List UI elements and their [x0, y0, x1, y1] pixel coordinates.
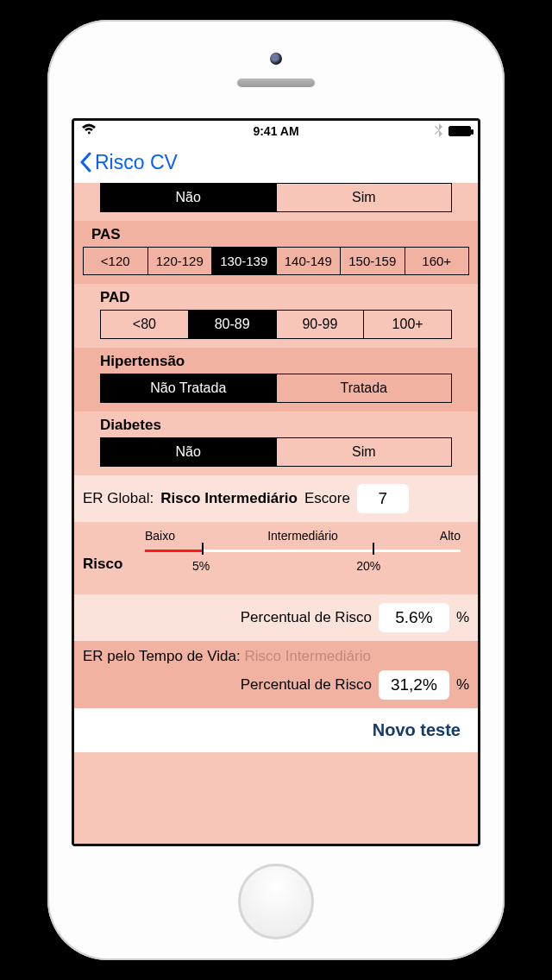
lifetime-value: Risco Intermediário — [244, 648, 370, 664]
lifetime-percent-label: Percentual de Risco — [241, 676, 372, 694]
label-diabetes: Diabetes — [100, 417, 469, 434]
seg-diab-opt-1[interactable]: Sim — [277, 438, 452, 466]
seg-top-opt-nao[interactable]: Não — [101, 184, 277, 211]
lifetime-label: ER pelo Tempo de Vida: — [83, 648, 241, 664]
footer: Novo teste — [74, 708, 478, 752]
risk-tick-20 — [373, 543, 374, 555]
risk-track[interactable] — [145, 550, 461, 552]
lifetime-percent-value: 31,2% — [379, 670, 449, 700]
seg-hip-opt-0[interactable]: Não Tratada — [101, 374, 277, 402]
bluetooth-icon — [435, 123, 443, 140]
risk-pct-20: 20% — [356, 559, 380, 573]
seg-pad-opt-3[interactable]: 100+ — [364, 311, 451, 338]
er-global-value: Risco Intermediário — [160, 490, 298, 507]
label-pad: PAD — [100, 289, 469, 306]
seg-hip-opt-1[interactable]: Tratada — [277, 374, 452, 402]
percent-risk-row: Percentual de Risco 5.6% % — [74, 594, 478, 641]
seg-pas-opt-2[interactable]: 130-139 — [212, 248, 277, 274]
percent-risk-unit: % — [456, 609, 469, 626]
seg-hipertensao: Não Tratada Tratada — [100, 374, 452, 403]
percent-risk-label: Percentual de Risco — [241, 609, 372, 626]
content: Não Sim PAS <120 120-129 130-139 140-149… — [74, 183, 478, 844]
screen: 9:41 AM Risco CV Não Sim — [72, 118, 480, 846]
battery-icon — [448, 126, 471, 136]
seg-pad-opt-0[interactable]: <80 — [101, 311, 189, 338]
seg-top-opt-sim[interactable]: Sim — [277, 184, 452, 211]
seg-top: Não Sim — [100, 183, 452, 212]
seg-pad-opt-2[interactable]: 90-99 — [277, 311, 365, 338]
lifetime-percent-unit: % — [456, 676, 469, 694]
nav-bar: Risco CV — [74, 141, 478, 183]
risk-tick-5 — [202, 543, 204, 555]
seg-pas-opt-1[interactable]: 120-129 — [148, 248, 213, 274]
label-pas: PAS — [91, 226, 469, 243]
er-global-score-value: 7 — [357, 484, 409, 513]
lifetime-block: ER pelo Tempo de Vida: Risco Intermediár… — [74, 641, 478, 708]
seg-pas-opt-0[interactable]: <120 — [84, 248, 148, 274]
seg-diabetes: Não Sim — [100, 437, 452, 467]
wifi-icon — [81, 123, 97, 139]
risk-cat-low: Baixo — [145, 529, 208, 543]
er-global-label: ER Global: — [83, 490, 154, 507]
risk-cat-mid: Intermediário — [240, 529, 366, 543]
risk-scale: Baixo Intermediário Alto 5% 20% — [145, 529, 461, 584]
phone-frame: 9:41 AM Risco CV Não Sim — [47, 20, 505, 960]
seg-pad: <80 80-89 90-99 100+ — [100, 310, 452, 339]
new-test-button[interactable]: Novo teste — [373, 720, 461, 739]
statusbar-time: 9:41 AM — [253, 124, 298, 138]
label-hipertensao: Hipertensão — [100, 353, 469, 370]
front-camera — [270, 53, 282, 65]
seg-diab-opt-0[interactable]: Não — [101, 438, 277, 466]
percent-risk-value: 5.6% — [379, 603, 449, 632]
risk-side-label: Risco — [83, 556, 122, 573]
seg-pad-opt-1[interactable]: 80-89 — [189, 311, 277, 338]
status-bar: 9:41 AM — [74, 121, 478, 141]
risk-scale-block: Risco Baixo Intermediário Alto 5% 20% — [74, 522, 478, 594]
back-title[interactable]: Risco CV — [95, 151, 178, 174]
risk-track-filled — [145, 550, 202, 552]
seg-pas-opt-4[interactable]: 150-159 — [341, 248, 405, 274]
er-global-score-label: Escore — [304, 490, 350, 507]
home-button[interactable] — [238, 864, 314, 939]
seg-pas-opt-5[interactable]: 160+ — [405, 248, 469, 274]
seg-pas-opt-3[interactable]: 140-149 — [277, 248, 342, 274]
risk-pct-5: 5% — [192, 559, 210, 573]
back-chevron-icon[interactable] — [79, 152, 93, 173]
er-global-row: ER Global: Risco Intermediário Escore 7 — [74, 475, 478, 522]
seg-pas: <120 120-129 130-139 140-149 150-159 160… — [83, 247, 469, 275]
earpiece-speaker — [237, 79, 315, 87]
risk-cat-high: Alto — [398, 529, 461, 543]
